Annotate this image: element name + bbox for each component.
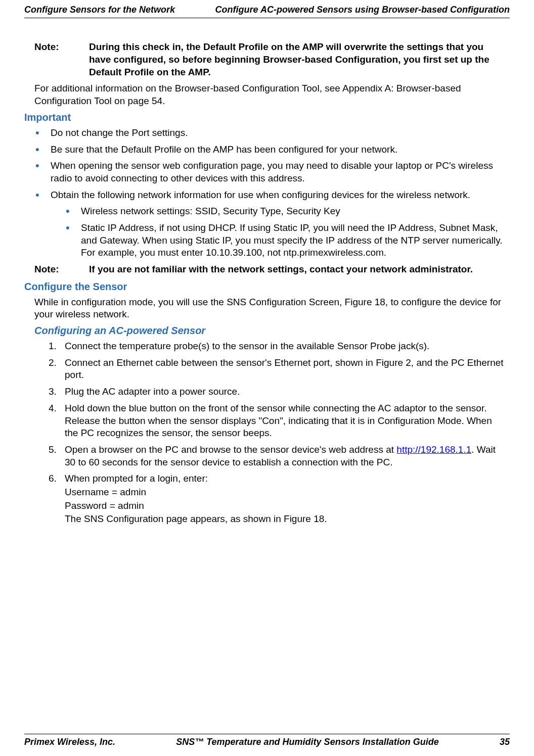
bullet-text: When opening the sensor web configuratio… (51, 160, 493, 183)
note-label: Note: (34, 41, 89, 78)
login-username: Username = admin (65, 486, 505, 499)
step-item: When prompted for a login, enter: Userna… (65, 472, 505, 526)
header-left: Configure Sensors for the Network (24, 4, 175, 16)
list-item: Be sure that the Default Profile on the … (51, 144, 505, 156)
step-item: Open a browser on the PC and browse to t… (65, 444, 505, 468)
important-heading: Important (24, 111, 505, 124)
step-text: When prompted for a login, enter: (65, 473, 208, 484)
step-text-pre: Open a browser on the PC and browse to t… (65, 444, 396, 455)
bullet-text: Wireless network settings: SSID, Securit… (81, 206, 340, 216)
list-item: Do not change the Port settings. (51, 127, 505, 139)
note-text: If you are not familiar with the network… (89, 263, 473, 276)
step-text: Plug the AC adapter into a power source. (65, 386, 240, 397)
configure-paragraph: While in configuration mode, you will us… (34, 296, 505, 321)
list-item: Wireless network settings: SSID, Securit… (81, 205, 505, 218)
header-right: Configure AC-powered Sensors using Brows… (215, 4, 510, 16)
note-block-1: Note: During this check in, the Default … (34, 41, 505, 78)
note-text: During this check in, the Default Profil… (89, 41, 505, 78)
sensor-url-link[interactable]: http://192.168.1.1 (396, 444, 471, 455)
step-item: Hold down the blue button on the front o… (65, 402, 505, 440)
configuring-ac-subheading: Configuring an AC-powered Sensor (34, 324, 505, 337)
step-item: Plug the AC adapter into a power source. (65, 386, 505, 398)
footer-center: SNS™ Temperature and Humidity Sensors In… (176, 736, 438, 748)
step-text: Connect the temperature probe(s) to the … (65, 341, 429, 351)
list-item: When opening the sensor web configuratio… (51, 160, 505, 184)
note-label: Note: (34, 263, 89, 276)
bullet-text: Be sure that the Default Profile on the … (51, 144, 397, 155)
nested-bullet-list: Wireless network settings: SSID, Securit… (51, 205, 505, 259)
step-item: Connect the temperature probe(s) to the … (65, 340, 505, 353)
important-bullet-list: Do not change the Port settings. Be sure… (34, 127, 505, 259)
list-item: Static IP Address, if not using DHCP. If… (81, 222, 505, 259)
step-text: Connect an Ethernet cable between the se… (65, 357, 504, 381)
login-password: Password = admin (65, 500, 505, 512)
configure-sensor-heading: Configure the Sensor (24, 280, 505, 293)
bullet-text: Obtain the following network information… (51, 190, 470, 200)
footer-page-number: 35 (500, 736, 510, 748)
step-text: Hold down the blue button on the front o… (65, 403, 492, 438)
steps-list: Connect the temperature probe(s) to the … (34, 340, 505, 526)
bullet-text: Do not change the Port settings. (51, 127, 188, 138)
bullet-text: Static IP Address, if not using DHCP. If… (81, 222, 503, 258)
page-header: Configure Sensors for the Network Config… (24, 4, 510, 18)
paragraph-additional-info: For additional information on the Browse… (34, 82, 505, 107)
page-footer: Primex Wireless, Inc. SNS™ Temperature a… (24, 734, 510, 748)
list-item: Obtain the following network information… (51, 189, 505, 259)
step-item: Connect an Ethernet cable between the se… (65, 357, 505, 382)
note-block-2: Note: If you are not familiar with the n… (34, 263, 505, 276)
login-result: The SNS Configuration page appears, as s… (65, 513, 505, 526)
footer-left: Primex Wireless, Inc. (24, 736, 115, 748)
